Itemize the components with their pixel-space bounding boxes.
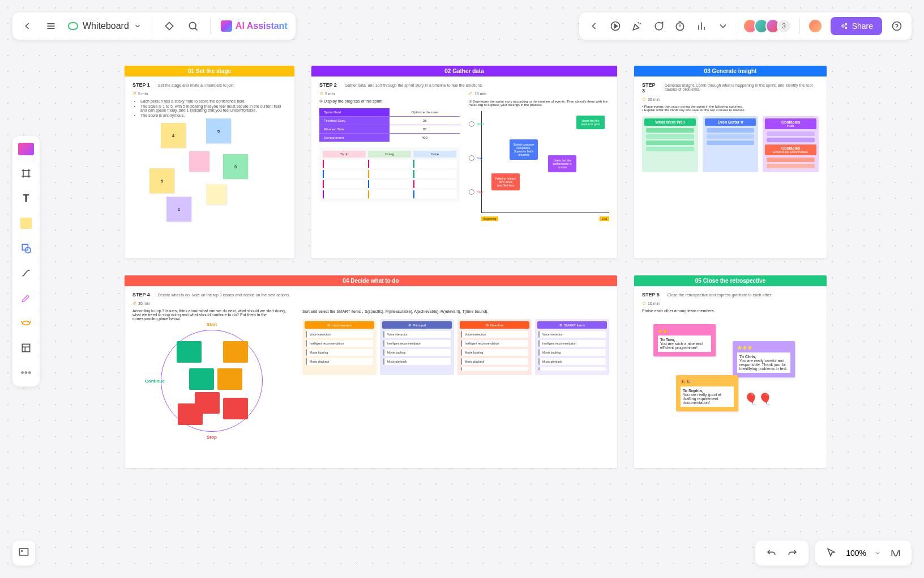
help-button[interactable]: [890, 19, 904, 33]
time-tag: 30 min: [642, 97, 660, 101]
text-tool[interactable]: T: [19, 192, 33, 205]
svg-rect-32: [20, 549, 28, 555]
praise-note[interactable]: 🎉🎉To Sophia,You are really good at draft…: [676, 375, 738, 411]
start-stop-continue-circle: Start Stop Continue: [155, 324, 268, 437]
history-back-icon[interactable]: [587, 19, 601, 33]
sticky-note[interactable]: 5: [206, 118, 231, 143]
svg-point-15: [842, 25, 844, 27]
step-desc: Gather data, and sort through the sprint…: [345, 83, 483, 87]
step-label: STEP 4: [132, 292, 150, 298]
minimap-button[interactable]: [12, 541, 35, 566]
select-tool[interactable]: [18, 143, 34, 155]
stage-5-close[interactable]: 05 Close the retrospective STEP 5Close t…: [634, 275, 827, 468]
balloons-icon: 🎈🎈: [744, 392, 772, 406]
svg-line-4: [195, 28, 197, 30]
instruction: ② Brainstorm the sprint story according …: [469, 99, 609, 107]
svg-point-9: [676, 23, 683, 30]
doc-title-label: Whiteboard: [83, 21, 129, 31]
step-desc: Decide what to do. Vote on the top 3 iss…: [158, 293, 290, 297]
zoom-level[interactable]: 100%: [846, 549, 866, 558]
sticky-note[interactable]: [189, 151, 209, 172]
topbar-left-group: Whiteboard AI Assistant: [12, 12, 296, 40]
kanban-board: To doDoingDone: [319, 147, 460, 202]
svg-point-26: [22, 321, 29, 325]
timer-button[interactable]: [673, 19, 687, 33]
celebrate-button[interactable]: [630, 19, 644, 33]
svg-marker-6: [614, 24, 617, 28]
divider: [210, 18, 211, 34]
instruction: According to top 3 issues, think about w…: [132, 309, 291, 321]
svg-point-3: [189, 22, 196, 29]
frame-tool[interactable]: [19, 167, 33, 180]
sticky-note[interactable]: 3: [223, 154, 248, 179]
sticky-note[interactable]: 1: [166, 197, 191, 222]
stage-4-decide[interactable]: 04 Decide what to do STEP 4Decide what t…: [125, 275, 617, 468]
sticky-note[interactable]: 5: [149, 168, 174, 193]
left-tool-palette: T •••: [12, 136, 40, 386]
search-button[interactable]: [186, 19, 200, 33]
step-label: STEP 5: [642, 292, 660, 298]
chevron-down-icon: [874, 550, 881, 556]
fit-view-button[interactable]: [889, 546, 902, 560]
connector-tool[interactable]: [19, 266, 33, 280]
redo-button[interactable]: [786, 546, 799, 560]
svg-rect-29: [22, 344, 29, 351]
topbar-right-group: 3 Share: [579, 12, 912, 40]
svg-line-28: [30, 321, 31, 323]
praise-note[interactable]: ⭐⭐⭐To Chris,You are really careful and r…: [733, 341, 795, 377]
stage-1-set-stage[interactable]: 01 Set the stage STEP 1Set the stage and…: [125, 66, 294, 258]
stage-5-header: 05 Close the retrospective: [634, 275, 827, 286]
chart-button[interactable]: [695, 19, 708, 33]
step-label: STEP 1: [132, 82, 150, 88]
divider: [738, 18, 738, 34]
ai-assistant-button[interactable]: AI Assistant: [221, 20, 288, 32]
ai-assistant-label: AI Assistant: [236, 21, 288, 31]
divider: [152, 18, 152, 34]
step-desc: Generate insight. Comb through what is h…: [665, 83, 819, 91]
more-button[interactable]: [716, 19, 730, 33]
svg-line-27: [22, 321, 23, 323]
stage-2-gather-data[interactable]: 02 Gather data STEP 2Gather data, and so…: [311, 66, 617, 258]
svg-point-16: [845, 23, 847, 25]
pen-tool[interactable]: [19, 291, 33, 305]
collaborator-avatars[interactable]: 3: [746, 19, 792, 33]
undo-button[interactable]: [764, 546, 778, 560]
divider: [799, 18, 800, 34]
comment-button[interactable]: [652, 19, 665, 33]
template-tool[interactable]: [19, 341, 33, 355]
time-tag: 5 min: [319, 92, 335, 96]
sticky-note-area: 4 5 3 5 1: [132, 123, 286, 236]
share-button[interactable]: Share: [831, 17, 882, 35]
whiteboard-canvas[interactable]: 01 Set the stage STEP 1Set the stage and…: [125, 66, 845, 509]
praise-note[interactable]: 👍👍To Tom,You are such a nice and efficie…: [653, 324, 716, 356]
pointer-tool[interactable]: [824, 546, 838, 560]
mindmap-tool[interactable]: [19, 316, 33, 330]
top-toolbar: Whiteboard AI Assistant 3 Share: [12, 12, 912, 40]
stage-3-generate-insight[interactable]: 03 Generate insight STEP 3Generate insig…: [634, 66, 827, 258]
back-button[interactable]: [20, 19, 34, 33]
stage-1-header: 01 Set the stage: [125, 66, 294, 76]
sticky-note[interactable]: 4: [161, 123, 186, 148]
tag-button[interactable]: [162, 19, 176, 33]
current-user-avatar[interactable]: [808, 19, 823, 33]
step-label: STEP 2: [319, 82, 337, 88]
stage-2-header: 02 Gather data: [311, 66, 617, 76]
cloud-sync-icon: [68, 22, 78, 30]
sticky-note-tool[interactable]: [19, 216, 33, 230]
sticky-note[interactable]: [206, 184, 226, 205]
time-tag: 30 min: [132, 301, 150, 305]
share-label: Share: [852, 22, 873, 31]
document-title-selector[interactable]: Whiteboard: [68, 21, 142, 31]
time-tag: 10 min: [642, 301, 660, 305]
more-tools[interactable]: •••: [19, 366, 33, 380]
bottom-right-toolbar: 100%: [755, 541, 912, 566]
instruction: ① Display the progress of this sprint: [319, 99, 460, 104]
step-desc: Set the stage and invite all members to …: [158, 83, 235, 87]
play-button[interactable]: [609, 19, 622, 33]
svg-point-33: [22, 551, 23, 552]
stage-4-header: 04 Decide what to do: [125, 275, 617, 286]
svg-line-8: [640, 23, 641, 24]
menu-button[interactable]: [44, 19, 58, 33]
smart-instruction: Sort and select the SMART items，S(specif…: [302, 309, 609, 314]
shape-tool[interactable]: [19, 241, 33, 255]
